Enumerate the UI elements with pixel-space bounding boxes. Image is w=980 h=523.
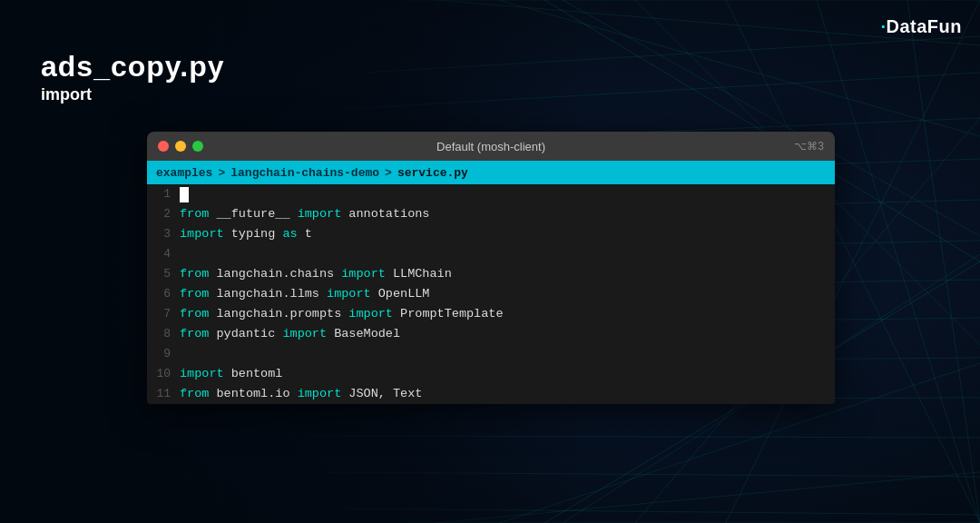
terminal-shortcut: ⌥⌘3 [794, 140, 824, 153]
code-line-4: 4 [147, 244, 835, 264]
breadcrumb-examples[interactable]: examples [156, 166, 212, 180]
kw-from-2: from [180, 204, 209, 224]
code-line-10: 10 import bentoml [147, 364, 835, 384]
datafun-logo: ·DataFun [880, 16, 962, 37]
code-line-2: 2 from __future__ import annotations [147, 204, 835, 224]
traffic-light-green[interactable] [192, 141, 203, 152]
code-line-5: 5 from langchain.chains import LLMChain [147, 264, 835, 284]
code-line-7: 7 from langchain.prompts import PromptTe… [147, 304, 835, 324]
cursor [180, 187, 189, 202]
code-line-9: 9 [147, 344, 835, 364]
traffic-light-yellow[interactable] [175, 141, 186, 152]
code-area: 1 2 from __future__ import annotations 3… [147, 184, 835, 404]
kw-import-3: import [180, 224, 224, 244]
code-line-6: 6 from langchain.llms import OpenLLM [147, 284, 835, 304]
logo-text: DataFun [887, 16, 963, 36]
code-line-3: 3 import typing as t [147, 224, 835, 244]
terminal-titlebar: Default (mosh-client) ⌥⌘3 [147, 132, 835, 161]
breadcrumb-service[interactable]: service.py [397, 166, 468, 180]
breadcrumb-sep-1: > [218, 166, 225, 180]
kw-import-2: import [298, 204, 342, 224]
traffic-light-red[interactable] [158, 141, 169, 152]
code-line-11: 11 from bentoml.io import JSON, Text [147, 384, 835, 404]
file-title: ads_copy.py [41, 50, 224, 84]
keyword-title: import [41, 85, 224, 104]
code-line-1: 1 [147, 184, 835, 204]
breadcrumb-langchain[interactable]: langchain-chains-demo [230, 166, 379, 180]
title-area: ads_copy.py import [41, 50, 224, 104]
traffic-lights [158, 141, 203, 152]
breadcrumb-sep-2: > [385, 166, 392, 180]
breadcrumb-bar: examples > langchain-chains-demo > servi… [147, 161, 835, 184]
terminal-title: Default (mosh-client) [436, 140, 545, 153]
terminal-window: Default (mosh-client) ⌥⌘3 examples > lan… [147, 132, 835, 404]
code-line-8: 8 from pydantic import BaseModel [147, 324, 835, 344]
